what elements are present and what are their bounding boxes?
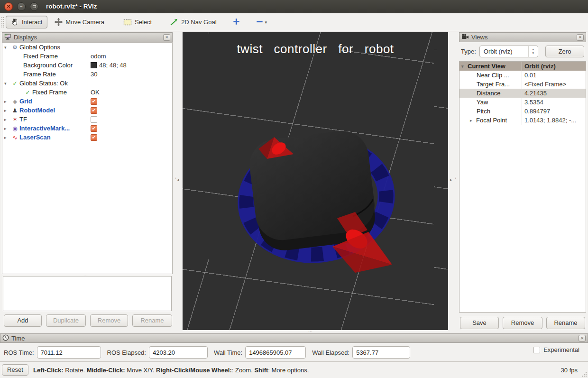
wall-time-input[interactable] (245, 346, 306, 359)
tree-row-label: Global Options (19, 44, 60, 51)
window-resize-grip[interactable] (581, 371, 587, 377)
tree-row-value-cell[interactable]: 30 (88, 70, 172, 79)
robot-scene (183, 32, 448, 330)
zero-view-button[interactable]: Zero (545, 46, 584, 57)
expander-icon[interactable]: ▸ (4, 108, 10, 113)
expander-icon[interactable]: ▾ (4, 81, 10, 86)
interact-tool-button[interactable]: Interact (6, 16, 47, 28)
views-panel-header[interactable]: Views ✕ (459, 32, 586, 42)
ros-elapsed-input[interactable] (149, 346, 208, 359)
time-panel-header[interactable]: Time ✕ (0, 333, 588, 343)
display-enabled-checkbox[interactable]: ✔ (91, 107, 97, 114)
displays-panel-close-icon[interactable]: ✕ (163, 34, 170, 41)
ros-time-input[interactable] (37, 346, 101, 359)
displays-tree-row[interactable]: ▾⚙Global Options (2, 43, 172, 52)
window-close-button[interactable]: ✕ (4, 2, 13, 11)
time-panel-close-icon[interactable]: ✕ (579, 335, 586, 341)
displays-tree-row[interactable]: Fixed Frameodom (2, 52, 172, 61)
select-tool-button[interactable]: Select (118, 16, 157, 28)
views-tree-row[interactable]: Near Clip ...0.01 (459, 71, 586, 80)
window-maximize-button[interactable] (30, 2, 38, 11)
displays-tree-row[interactable]: Frame Rate30 (2, 70, 172, 79)
duplicate-display-button[interactable]: Duplicate (46, 314, 86, 327)
expander-icon[interactable]: ▾ (4, 45, 10, 50)
remove-tool-button[interactable]: ▾ (253, 16, 270, 29)
tree-row-value-cell[interactable]: ✔ (88, 124, 172, 133)
ros-elapsed-label: ROS Elapsed: (107, 349, 146, 356)
spinner-arrows-icon[interactable]: ▲▼ (528, 46, 538, 57)
wall-elapsed-label: Wall Elapsed: (312, 349, 349, 356)
expander-icon[interactable]: ▸ (4, 117, 10, 122)
tree-row-value-cell[interactable]: 0.894797 (522, 107, 586, 116)
tree-row-value-cell[interactable]: <Fixed Frame> (522, 80, 586, 89)
left-splitter-grip[interactable]: ⋯ (174, 176, 178, 181)
tree-row-value-cell[interactable]: 0.01 (522, 71, 586, 80)
tree-row-label-cell: ▾Current View (459, 63, 505, 70)
displays-panel-header[interactable]: Displays ✕ (2, 32, 173, 42)
add-display-button[interactable]: Add (4, 314, 42, 327)
remove-display-button[interactable]: Remove (90, 314, 128, 327)
tree-row-value-cell[interactable] (88, 115, 172, 124)
views-tree-row[interactable]: ▸Focal Point1.0143; 1.8842; -... (459, 116, 586, 125)
tree-row-value-cell[interactable]: OK (88, 88, 172, 97)
displays-tree-row[interactable]: ▸◈Grid✔ (2, 97, 172, 106)
rename-view-button[interactable]: Rename (546, 317, 585, 329)
tree-row-value-cell[interactable] (88, 79, 172, 88)
display-enabled-checkbox[interactable]: ✔ (91, 125, 97, 132)
tree-row-value-cell[interactable] (88, 43, 172, 52)
displays-tree-row[interactable]: ✓Fixed FrameOK (2, 88, 172, 97)
experimental-checkbox[interactable] (533, 347, 540, 353)
displays-tree-row[interactable]: ▸♟RobotModel✔ (2, 106, 172, 115)
expander-icon[interactable]: ▸ (4, 99, 10, 104)
expander-icon[interactable]: ▸ (4, 126, 10, 131)
3d-viewport[interactable]: twist controller for robot (183, 32, 448, 330)
right-splitter-grip[interactable]: ⋯ (453, 176, 458, 181)
save-view-button[interactable]: Save (460, 317, 499, 329)
bottom-splitter-grip[interactable]: ⋯ (308, 329, 313, 333)
displays-tree-row[interactable]: ▸✶TF (2, 115, 172, 124)
remove-view-button[interactable]: Remove (503, 317, 542, 329)
tree-row-value-cell[interactable]: 4.21435 (522, 89, 586, 98)
tree-row-value: 4.21435 (524, 90, 547, 97)
display-enabled-checkbox[interactable]: ✔ (91, 134, 97, 141)
tree-row-value-cell[interactable]: ✔ (88, 97, 172, 106)
expander-icon[interactable]: ▾ (461, 64, 468, 69)
view-type-select[interactable]: Orbit (rviz) ▲▼ (479, 46, 538, 57)
tree-row-value-cell[interactable]: 3.5354 (522, 98, 586, 107)
tree-row-value-cell[interactable]: ✔ (88, 133, 172, 142)
tree-row-value-cell[interactable]: odom (88, 52, 172, 61)
tree-row-label: RobotModel (19, 107, 55, 114)
views-tree-row[interactable]: Yaw3.5354 (459, 98, 586, 107)
displays-tree-row[interactable]: ▸◉InteractiveMark...✔ (2, 124, 172, 133)
display-enabled-checkbox[interactable]: ✔ (91, 98, 97, 105)
displays-tree-row[interactable]: ▸∿LaserScan✔ (2, 133, 172, 142)
view-type-label: Type: (461, 48, 476, 55)
views-tree-row[interactable]: Target Fra...<Fixed Frame> (459, 80, 586, 89)
views-panel-close-icon[interactable]: ✕ (577, 34, 584, 41)
tree-row-value-cell[interactable]: ✔ (88, 106, 172, 115)
tree-row-label-cell: Distance (459, 90, 501, 97)
expander-icon[interactable]: ▸ (4, 135, 10, 140)
window-minimize-button[interactable]: − (17, 2, 26, 11)
display-enabled-checkbox[interactable] (91, 116, 97, 123)
tree-row-value-cell[interactable]: 48; 48; 48 (88, 61, 172, 70)
collapse-right-panel-handle[interactable]: ▸ (450, 177, 452, 182)
views-tree-row[interactable]: ▾Current ViewOrbit (rviz) (459, 62, 586, 71)
displays-tree-row[interactable]: ▾✓Global Status: Ok (2, 79, 172, 88)
rename-display-button[interactable]: Rename (132, 314, 172, 327)
tree-row-value-cell[interactable]: Orbit (rviz) (522, 62, 586, 71)
wall-elapsed-input[interactable] (352, 346, 410, 359)
nav-goal-tool-button[interactable]: 2D Nav Goal (165, 16, 221, 28)
monitor-icon (4, 33, 11, 42)
move-camera-tool-button[interactable]: Move Camera (49, 16, 110, 28)
views-tree-row[interactable]: Distance4.21435 (459, 89, 586, 98)
expander-icon[interactable]: ▸ (470, 118, 476, 123)
tool-dropdown-arrow-icon[interactable]: ▾ (265, 20, 267, 25)
tree-row-value-cell[interactable]: 1.0143; 1.8842; -... (522, 116, 586, 125)
help-segment: Left-Click: (33, 367, 64, 374)
toolbar-drag-handle[interactable] (1, 17, 4, 28)
reset-button[interactable]: Reset (2, 364, 28, 376)
displays-tree-row[interactable]: Background Color48; 48; 48 (2, 61, 172, 70)
add-tool-button[interactable] (230, 16, 243, 29)
views-tree-row[interactable]: Pitch0.894797 (459, 107, 586, 116)
